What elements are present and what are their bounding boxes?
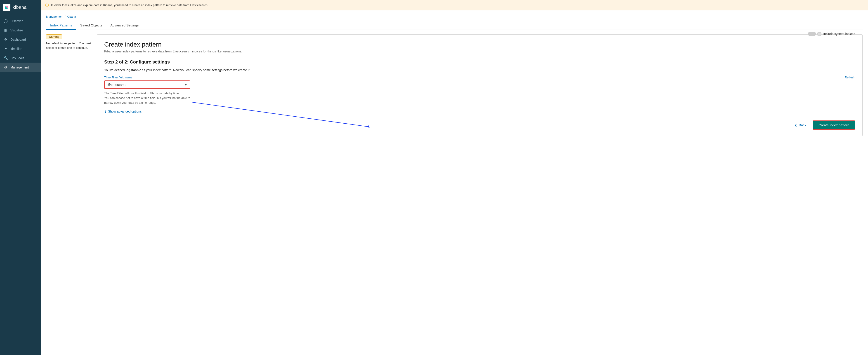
two-col-layout: Warning No default index pattern. You mu… xyxy=(46,34,863,136)
warning-text: No default index pattern. You must selec… xyxy=(46,41,91,50)
toggle-x-icon: ✕ xyxy=(817,32,822,36)
time-filter-select[interactable]: @timestamp No time filter I don't want t… xyxy=(104,80,190,89)
sidebar-item-timelion-label: Timelion xyxy=(10,47,22,51)
back-chevron-icon: ❮ xyxy=(795,123,798,127)
sidebar-logo: kibana xyxy=(0,0,41,14)
tab-advanced-settings[interactable]: Advanced Settings xyxy=(106,21,143,30)
breadcrumb: Management / Kibana xyxy=(46,15,863,18)
dashboard-icon: ✥ xyxy=(4,37,8,41)
timelion-icon: ✦ xyxy=(4,46,8,51)
hint-text: The Time Filter will use this field to f… xyxy=(104,91,855,105)
page-subtitle: Kibana uses index patterns to retrieve d… xyxy=(104,50,242,53)
show-advanced-options[interactable]: ❯ Show advanced options xyxy=(104,109,855,113)
info-icon: ⓘ xyxy=(45,3,49,7)
step-desc-suffix: as your index pattern. Now you can speci… xyxy=(141,68,250,72)
sidebar-item-dashboard-label: Dashboard xyxy=(10,38,26,41)
warning-badge: Warning xyxy=(46,34,62,39)
time-filter-label-row: Time Filter field name Refresh xyxy=(104,76,855,79)
page-title: Create index pattern xyxy=(104,41,242,48)
banner-text: In order to visualize and explore data i… xyxy=(51,3,209,7)
devtools-icon: 🔧 xyxy=(4,56,8,60)
sidebar-item-timelion[interactable]: ✦ Timelion xyxy=(0,44,41,53)
discover-icon: ◯ xyxy=(4,19,8,23)
step-title: Step 2 of 2: Configure settings xyxy=(104,59,855,65)
back-button[interactable]: ❮ Back xyxy=(792,121,809,129)
sidebar-item-management[interactable]: ⚙ Management xyxy=(0,63,41,72)
hint-line3: narrow down your data by a time range. xyxy=(104,101,855,105)
sidebar-item-discover-label: Discover xyxy=(10,19,23,23)
tab-saved-objects[interactable]: Saved Objects xyxy=(76,21,106,30)
sidebar: kibana ◯ Discover ▦ Visualize ✥ Dashboar… xyxy=(0,0,41,355)
breadcrumb-kibana[interactable]: Kibana xyxy=(67,15,76,18)
step-description: You've defined logstash-* as your index … xyxy=(104,68,855,72)
refresh-link[interactable]: Refresh xyxy=(845,76,855,79)
sidebar-item-devtools[interactable]: 🔧 Dev Tools xyxy=(0,53,41,63)
back-label: Back xyxy=(799,123,806,127)
action-buttons-row: ❮ Back Create index pattern xyxy=(104,121,855,130)
create-index-pattern-button[interactable]: Create index pattern xyxy=(813,121,855,130)
step-desc-prefix: You've defined xyxy=(104,68,126,72)
hint-line1: The Time Filter will use this field to f… xyxy=(104,91,855,96)
toggle[interactable]: ✕ xyxy=(808,32,822,36)
breadcrumb-separator: / xyxy=(65,15,66,18)
sidebar-item-dashboard[interactable]: ✥ Dashboard xyxy=(0,35,41,44)
page-content: Management / Kibana Index Patterns Saved… xyxy=(41,10,868,355)
step-index-name: logstash-* xyxy=(126,68,141,72)
main-card: Create index pattern Kibana uses index p… xyxy=(97,34,863,136)
sidebar-item-devtools-label: Dev Tools xyxy=(10,56,24,60)
kibana-logo-text: kibana xyxy=(13,5,27,10)
sidebar-navigation: ◯ Discover ▦ Visualize ✥ Dashboard ✦ Tim… xyxy=(0,16,41,72)
include-system-label: Include system indices xyxy=(823,32,855,36)
breadcrumb-management[interactable]: Management xyxy=(46,15,63,18)
kibana-logo-icon xyxy=(3,4,10,11)
include-system-toggle-wrap[interactable]: ✕ Include system indices xyxy=(808,32,855,36)
left-column: Warning No default index pattern. You mu… xyxy=(46,34,91,136)
chevron-right-icon: ❯ xyxy=(104,110,107,113)
time-filter-select-wrapper: @timestamp No time filter I don't want t… xyxy=(104,80,190,89)
show-advanced-label: Show advanced options xyxy=(108,109,142,113)
hint-line2: You can choose not to have a time field,… xyxy=(104,96,855,101)
tab-index-patterns[interactable]: Index Patterns xyxy=(46,21,76,30)
card-wrap: Create index pattern Kibana uses index p… xyxy=(97,34,863,136)
info-banner: ⓘ In order to visualize and explore data… xyxy=(41,0,868,10)
right-column: Create index pattern Kibana uses index p… xyxy=(97,34,863,136)
tabs-bar: Index Patterns Saved Objects Advanced Se… xyxy=(46,21,863,30)
sidebar-item-discover[interactable]: ◯ Discover xyxy=(0,16,41,26)
time-filter-field-label: Time Filter field name xyxy=(104,76,132,79)
visualize-icon: ▦ xyxy=(4,28,8,32)
step-section: Step 2 of 2: Configure settings You've d… xyxy=(104,59,855,130)
toggle-off-state[interactable] xyxy=(808,32,816,36)
management-icon: ⚙ xyxy=(4,65,8,69)
sidebar-item-visualize[interactable]: ▦ Visualize xyxy=(0,26,41,35)
sidebar-item-management-label: Management xyxy=(10,66,29,69)
sidebar-item-visualize-label: Visualize xyxy=(10,29,23,32)
main-content: ⓘ In order to visualize and explore data… xyxy=(41,0,868,355)
